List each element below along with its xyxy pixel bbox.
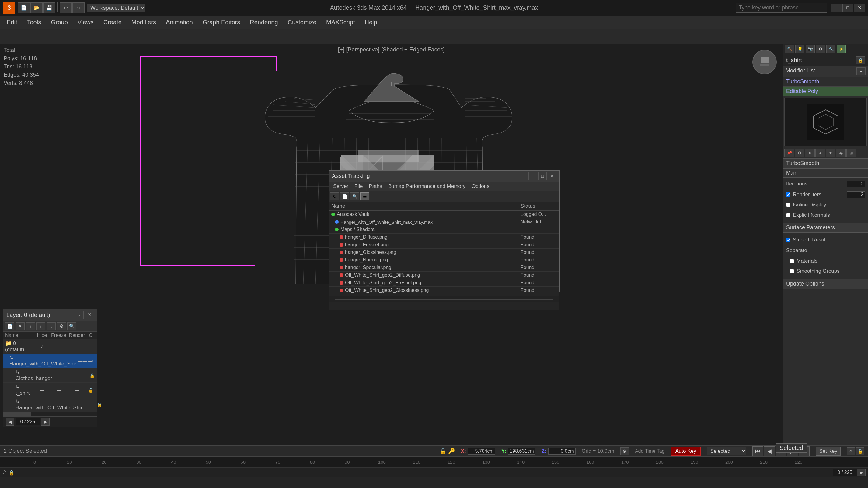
layer-tool-2[interactable]: ✕ (16, 322, 25, 330)
menu-group[interactable]: Group (46, 18, 72, 27)
render-iters-input[interactable] (847, 191, 865, 198)
autokey-btn[interactable]: Auto Key (671, 447, 701, 456)
mod-tool-config[interactable]: ⚙ (795, 149, 804, 157)
selected-dropdown[interactable]: Selected (707, 447, 746, 455)
isoline-check[interactable] (786, 203, 790, 207)
asset-tool-list[interactable]: ☰ (360, 192, 369, 200)
modifier-list-btn[interactable]: ▼ (857, 67, 866, 75)
close-btn[interactable]: ✕ (854, 4, 865, 12)
timeline-next[interactable]: ▶ (857, 468, 866, 477)
smoothing-groups-check[interactable] (790, 269, 794, 273)
asset-menu-file[interactable]: File (352, 183, 365, 190)
lock-object-btn[interactable]: 🔒 (856, 56, 865, 64)
menu-edit[interactable]: Edit (2, 18, 21, 27)
menu-help[interactable]: Help (361, 18, 381, 27)
asset-close-btn[interactable]: ✕ (548, 172, 556, 180)
layers-nav-next[interactable]: ▶ (41, 418, 50, 426)
mod-tool-up[interactable]: ▲ (815, 149, 825, 157)
mod-tool-remove[interactable]: ✕ (805, 149, 815, 157)
layers-close-btn[interactable]: ✕ (85, 311, 94, 319)
mod-tool-down[interactable]: ▼ (826, 149, 835, 157)
asset-row-diff1[interactable]: hanger_Diffuse.png Found (329, 233, 559, 241)
layer-row-hanger-shirt[interactable]: ↳ Hanger_with_Off_White_Shirt — — — 🔒 (3, 397, 97, 412)
z-input[interactable] (548, 448, 576, 455)
smooth-result-check[interactable] (786, 238, 790, 242)
mod-tool-make-unique[interactable]: ◈ (836, 149, 846, 157)
rp-icon-2[interactable]: 💡 (795, 45, 804, 53)
layer-row-hanger[interactable]: 🗂 Hanger_with_Off_White_Shirt — — — □ (3, 354, 97, 368)
layer-tool-5[interactable]: ↓ (46, 322, 56, 330)
layer-row-clothes-hanger[interactable]: ↳ Clothes_hanger — — — 🔒 (3, 368, 97, 383)
x-input[interactable] (468, 448, 495, 455)
y-input[interactable] (508, 448, 535, 455)
rp-icon-5[interactable]: 🔧 (826, 45, 835, 53)
mod-tool-pin[interactable]: 📌 (784, 149, 794, 157)
rp-icon-3[interactable]: 📷 (806, 45, 815, 53)
asset-row-gloss2[interactable]: Off_White_Shirt_geo2_Glossiness.png Foun… (329, 287, 559, 294)
asset-minimize-btn[interactable]: − (528, 172, 537, 180)
asset-menu-server[interactable]: Server (331, 183, 351, 190)
layer-tool-6[interactable]: ⚙ (57, 322, 66, 330)
workspace-selector[interactable]: Workspace: Default (87, 4, 145, 12)
modifier-editable-poly[interactable]: Editable Poly (783, 87, 868, 96)
maximize-btn[interactable]: □ (842, 4, 854, 12)
asset-row-gloss1[interactable]: hanger_Glossiness.png Found (329, 249, 559, 256)
render-iters-check[interactable] (786, 192, 790, 197)
menu-animation[interactable]: Animation (161, 18, 197, 27)
mod-tool-collapse[interactable]: ⊞ (846, 149, 856, 157)
asset-row-maps[interactable]: Maps / Shaders (329, 226, 559, 233)
asset-menu-paths[interactable]: Paths (366, 183, 384, 190)
minimize-btn[interactable]: − (831, 4, 842, 12)
asset-menu-bitmap[interactable]: Bitmap Performance and Memory (386, 183, 468, 190)
new-btn[interactable]: 📄 (18, 2, 30, 13)
menu-modifiers[interactable]: Modifiers (127, 18, 160, 27)
rp-icon-6[interactable]: ⚡ (837, 45, 846, 53)
section-turbosmooth[interactable]: TurboSmooth (783, 158, 868, 168)
menu-graph-editors[interactable]: Graph Editors (198, 18, 244, 27)
iterations-input[interactable] (847, 181, 865, 187)
first-frame-btn[interactable]: ⏮ (752, 446, 763, 456)
asset-tool-3[interactable]: 🔍 (350, 192, 359, 200)
asset-tool-2[interactable]: 📄 (340, 192, 349, 200)
grid-config-btn[interactable]: ⚙ (620, 447, 629, 455)
open-btn[interactable]: 📂 (30, 2, 42, 13)
undo-btn[interactable]: ↩ (60, 2, 72, 13)
explicit-normals-check[interactable] (786, 213, 790, 218)
section-surface[interactable]: Surface Parameters (783, 223, 868, 233)
asset-row-diff2[interactable]: Off_White_Shirt_geo2_Diffuse.png Found (329, 271, 559, 279)
asset-restore-btn[interactable]: □ (538, 172, 547, 180)
rp-icon-1[interactable]: 🔨 (785, 45, 794, 53)
asset-row-fres1[interactable]: hanger_Fresnel.png Found (329, 241, 559, 249)
asset-row-vault[interactable]: Autodesk Vault Logged O... (329, 211, 559, 218)
menu-tools[interactable]: Tools (23, 18, 45, 27)
layers-help-btn[interactable]: ? (74, 311, 84, 319)
asset-tool-1[interactable]: ↻ (330, 192, 339, 200)
layers-nav-prev[interactable]: ◀ (6, 418, 14, 426)
menu-rendering[interactable]: Rendering (246, 18, 282, 27)
layer-tool-1[interactable]: 📄 (5, 322, 14, 330)
asset-row-spec1[interactable]: hanger_Specular.png Found (329, 264, 559, 271)
layer-row-tshirt[interactable]: ↳ t_shirt — — — 🔒 (3, 383, 97, 397)
asset-row-norm1[interactable]: hanger_Normal.png Found (329, 256, 559, 264)
prev-frame-btn[interactable]: ◀ (764, 446, 775, 456)
layer-tool-7[interactable]: 🔍 (67, 322, 76, 330)
asset-row-max-file[interactable]: Hanger_with_Off_White_Shirt_max_vray.max… (329, 218, 559, 226)
search-input[interactable] (736, 3, 827, 13)
rp-icon-4[interactable]: ⚙ (816, 45, 825, 53)
setkey-btn[interactable]: Set Key (816, 447, 841, 456)
modifier-turbosmooth[interactable]: TurboSmooth (783, 77, 868, 87)
layer-tool-3[interactable]: + (26, 322, 35, 330)
asset-row-fres2[interactable]: Off_White_Shirt_geo2_Fresnel.png Found (329, 279, 559, 287)
menu-maxscript[interactable]: MAXScript (322, 18, 359, 27)
save-btn[interactable]: 💾 (43, 2, 55, 13)
section-main[interactable]: Main (783, 168, 868, 177)
menu-customize[interactable]: Customize (284, 18, 321, 27)
menu-views[interactable]: Views (73, 18, 98, 27)
menu-create[interactable]: Create (99, 18, 126, 27)
extra-btn-2[interactable]: 🔒 (856, 447, 864, 455)
redo-btn[interactable]: ↪ (72, 2, 85, 13)
materials-check[interactable] (790, 259, 794, 263)
extra-btn-1[interactable]: ⚙ (847, 447, 855, 455)
layer-tool-4[interactable]: ↑ (36, 322, 45, 330)
layer-row-default[interactable]: 📁 0 (default) ✓ — — (3, 339, 97, 354)
